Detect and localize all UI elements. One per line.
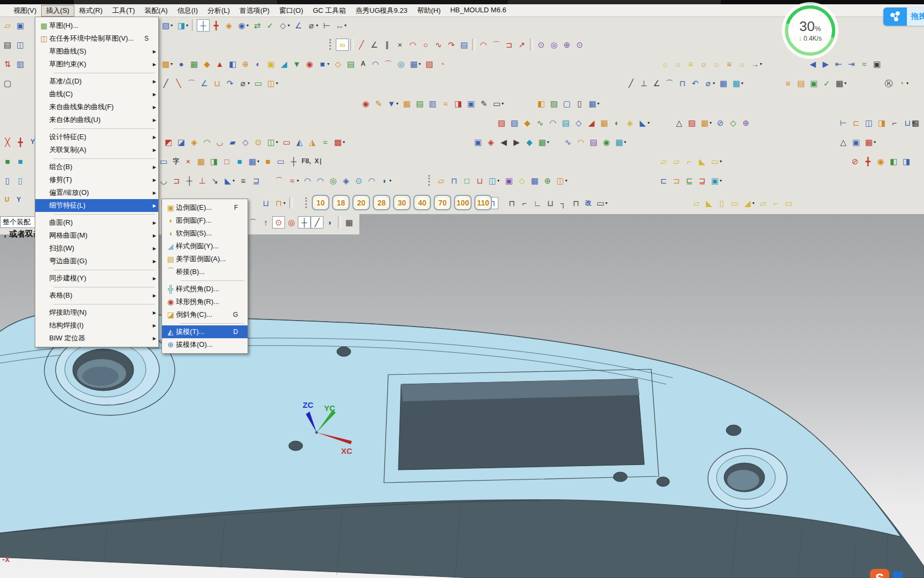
toolbar-icon[interactable]: ≡ xyxy=(723,57,736,71)
menubar-item-2[interactable]: 格式(R) xyxy=(74,5,107,17)
detail-submenu-item-7[interactable]: ╬样式拐角(D)... xyxy=(162,283,248,295)
toolbar-icon[interactable]: ⊢ xyxy=(320,19,333,32)
dropdown-caret-icon[interactable]: ▾ xyxy=(874,140,878,144)
dropdown-caret-icon[interactable]: ▾ xyxy=(276,140,280,144)
detail-submenu-item-4[interactable]: ▤美学面倒圆(A)... xyxy=(162,253,248,265)
toolbar-icon[interactable]: ⊙ xyxy=(573,38,586,51)
toolbar-icon[interactable]: ◆ xyxy=(521,116,534,130)
toolbar-icon[interactable]: ▭ xyxy=(252,77,265,90)
dropdown-caret-icon[interactable]: ▾ xyxy=(906,81,911,86)
toolbar-icon[interactable]: ≡ xyxy=(237,174,250,187)
toolbar-icon[interactable]: ▱ xyxy=(670,155,683,168)
toolbar-icon[interactable]: ⊕ xyxy=(560,38,573,51)
toolbar-icon[interactable]: ⇄ xyxy=(251,19,264,32)
toolbar-icon[interactable]: ╋ xyxy=(210,19,222,32)
toolbar-icon[interactable]: ▶ xyxy=(819,57,832,71)
toolbar-icon[interactable]: ⊏ xyxy=(850,116,863,130)
insert-menu-item-14[interactable]: 修剪(T)▶ xyxy=(35,173,158,186)
toolbar-icon[interactable]: ≈ xyxy=(319,135,332,149)
toolbar-icon[interactable]: ■ xyxy=(261,155,274,168)
toolbar-icon[interactable]: ◇ xyxy=(239,135,252,149)
menubar-item-4[interactable]: 装配(A) xyxy=(140,5,172,17)
toolbar-icon[interactable]: ⊙ xyxy=(352,174,365,187)
toolbar-icon[interactable]: ▦ xyxy=(909,116,922,130)
dropdown-caret-icon[interactable]: ▾ xyxy=(720,178,724,183)
toolbar-icon[interactable]: △ xyxy=(673,116,686,130)
insert-menu-item-7[interactable]: 来自曲线集的曲线(F)▶ xyxy=(35,101,158,113)
toolbar-icon[interactable]: ■ xyxy=(233,155,246,168)
toolbar-icon[interactable]: ⊐ xyxy=(670,174,683,187)
dropdown-caret-icon[interactable]: ▾ xyxy=(248,81,252,86)
toolbar-icon[interactable]: ◡ xyxy=(157,174,170,187)
dropdown-caret-icon[interactable]: ▾ xyxy=(186,23,190,28)
toolbar-icon[interactable]: ◨ xyxy=(207,155,220,168)
toolbar-icon[interactable]: ≡ xyxy=(782,77,795,90)
dropdown-caret-icon[interactable]: ▾ xyxy=(316,23,320,28)
toolbar-icon[interactable]: ↑ xyxy=(259,216,272,229)
toolbar-icon[interactable]: ⊐ xyxy=(170,174,183,187)
toolbar-icon[interactable]: ▨ xyxy=(548,97,560,110)
number-chip-button[interactable]: 100 xyxy=(454,195,472,210)
toolbar-icon[interactable]: ✎ xyxy=(372,97,385,110)
toolbar-icon[interactable]: ⊔ xyxy=(473,174,486,187)
dropdown-caret-icon[interactable]: ▾ xyxy=(713,81,717,86)
insert-menu-item-5[interactable]: 基准/点(D)▶ xyxy=(35,75,158,88)
toolbar-icon[interactable]: ⌐ xyxy=(888,116,901,130)
insert-menu-item-16[interactable]: 细节特征(L)▶ xyxy=(35,199,158,212)
dropdown-caret-icon[interactable]: ▾ xyxy=(419,62,423,66)
toolbar-icon[interactable]: ┼ xyxy=(287,155,300,168)
toolbar-icon[interactable]: ◭ xyxy=(293,135,306,149)
toolbar-icon[interactable]: ◈ xyxy=(340,174,352,187)
toolbar-icon[interactable]: ⌒ xyxy=(247,216,259,229)
toolbar-icon[interactable]: □ xyxy=(220,155,233,168)
toolbar-icon[interactable]: ◧ xyxy=(535,97,548,110)
toolbar-icon[interactable]: ▯ xyxy=(1,174,14,187)
toolbar-icon[interactable]: ▱ xyxy=(757,196,769,210)
toolbar-icon[interactable]: ↶ xyxy=(689,77,702,90)
toolbar-icon[interactable]: ▦ xyxy=(528,174,541,187)
insert-menu-item-23[interactable]: 同步建模(Y)▶ xyxy=(35,272,158,285)
toolbar-icon[interactable]: ◗ xyxy=(324,216,336,229)
toolbar-icon[interactable]: ▨ xyxy=(686,116,698,130)
toolbar-drag-handle[interactable] xyxy=(305,197,309,208)
toolbar-icon[interactable]: × xyxy=(394,38,406,51)
toolbar-icon[interactable]: ▤ xyxy=(458,38,471,51)
menubar-item-9[interactable]: GC 工具箱 xyxy=(308,5,351,17)
toolbar-icon[interactable]: ◎ xyxy=(285,216,298,229)
dropdown-caret-icon[interactable]: ▾ xyxy=(502,101,506,106)
number-chip-button[interactable]: 10 xyxy=(312,195,329,210)
toolbar-icon[interactable]: ☼ xyxy=(697,57,710,71)
insert-menu-item-2[interactable]: 草图曲线(S)▶ xyxy=(35,45,158,58)
toolbar-icon[interactable]: ▧ xyxy=(508,116,521,130)
insert-menu-item-27[interactable]: 焊接助理(N)▶ xyxy=(35,306,158,319)
number-chip-button[interactable]: 110 xyxy=(474,195,492,210)
menubar-item-11[interactable]: 帮助(H) xyxy=(412,5,445,17)
insert-menu-item-21[interactable]: 弯边曲面(G)▶ xyxy=(35,255,158,268)
insert-menu-item-1[interactable]: ◫在任务环境中绘制草图(V)...S xyxy=(35,32,158,45)
toolbar-icon[interactable]: ⊥ xyxy=(637,77,650,90)
toolbar-icon[interactable]: ╱ xyxy=(355,38,368,51)
toolbar-icon[interactable]: ◇ xyxy=(727,116,740,130)
toolbar-icon[interactable]: ↗ xyxy=(515,38,528,51)
toolbar-icon[interactable]: ◨ xyxy=(900,155,913,168)
toolbar-icon[interactable]: ▭ xyxy=(280,135,293,149)
toolbar-icon[interactable]: ╋ xyxy=(861,155,874,168)
toolbar-icon[interactable]: ◠ xyxy=(369,57,382,71)
toolbar-icon[interactable]: ▲ xyxy=(213,57,226,71)
toolbar-icon[interactable]: ⊕ xyxy=(541,174,554,187)
toolbar-icon[interactable]: ⊘ xyxy=(849,155,861,168)
toolbar-icon[interactable]: ▦ xyxy=(717,77,730,90)
detail-submenu-item-3[interactable]: ◢样式倒圆(Y)... xyxy=(162,240,248,253)
toolbar-icon[interactable]: ▤ xyxy=(413,97,426,110)
toolbar-icon[interactable]: ◨ xyxy=(875,116,888,130)
detail-submenu-item-2[interactable]: ◖软倒圆(S)... xyxy=(162,227,248,240)
toolbar-icon[interactable]: ▣ xyxy=(14,19,27,32)
dropdown-caret-icon[interactable]: ▾ xyxy=(396,101,401,106)
dropdown-caret-icon[interactable]: ▾ xyxy=(648,120,652,125)
toolbar-icon[interactable]: ◆ xyxy=(201,57,213,71)
toolbar-icon[interactable]: ◉ xyxy=(874,155,887,168)
toolbar-icon[interactable]: ◎ xyxy=(395,57,407,71)
toolbar-icon[interactable]: ✓ xyxy=(264,19,276,32)
toolbar-icon[interactable]: ∠ xyxy=(198,77,211,90)
dropdown-caret-icon[interactable]: ▾ xyxy=(760,62,764,66)
